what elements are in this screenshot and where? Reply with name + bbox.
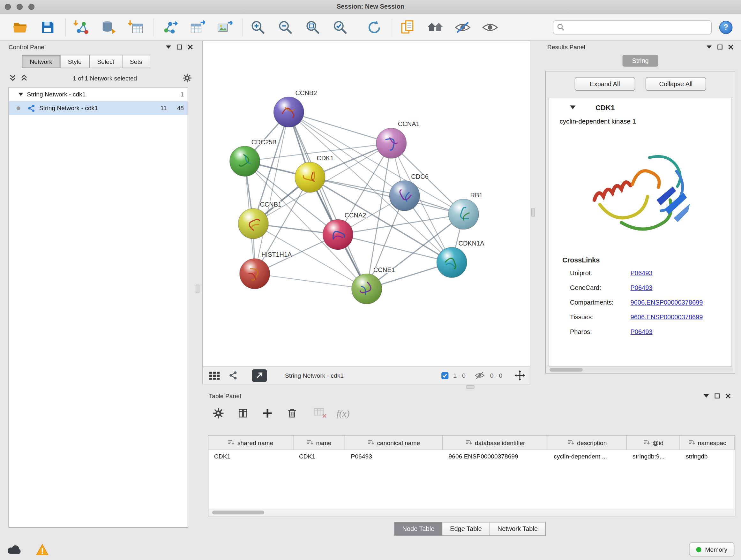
crosslink-link[interactable]: P06493	[630, 269, 653, 276]
network-view[interactable]: CCNB2CCNA1CDC25BCDK1CDC6RB1CCNB1CCNA2CDK…	[202, 41, 530, 384]
export-table-button[interactable]	[186, 16, 208, 38]
tab-network[interactable]: Network	[22, 55, 60, 68]
network-node-CCNB1[interactable]: CCNB1	[238, 201, 281, 239]
collapse-all-button[interactable]: Collapse All	[646, 77, 706, 91]
column-header[interactable]: name	[293, 435, 345, 449]
network-options-gear-icon[interactable]	[183, 73, 192, 83]
tab-sets[interactable]: Sets	[122, 55, 150, 68]
search-field[interactable]	[553, 20, 712, 34]
table-row[interactable]: CDK1CDK1P064939606.ENSP00000378699cyclin…	[208, 450, 735, 463]
tree-expander-icon[interactable]	[18, 92, 23, 96]
close-panel-icon[interactable]	[188, 44, 193, 49]
expand-all-button[interactable]: Expand All	[575, 77, 635, 91]
expand-all-networks-icon[interactable]	[10, 74, 16, 82]
crosslink-link[interactable]: P06493	[630, 328, 653, 335]
splitter-handle[interactable]	[531, 208, 535, 217]
table-cell[interactable]: cyclin-dependent ...	[548, 450, 627, 463]
table-cell[interactable]: CDK1	[208, 450, 293, 463]
tab-string-results[interactable]: String	[623, 55, 658, 67]
column-header[interactable]: namespac	[680, 435, 735, 449]
zoom-fit-button[interactable]	[302, 16, 324, 38]
tab-style[interactable]: Style	[60, 55, 90, 68]
float-panel-icon[interactable]	[715, 393, 720, 398]
float-panel-icon[interactable]	[177, 44, 182, 49]
section-collapse-icon[interactable]	[570, 105, 576, 109]
network-edge[interactable]	[255, 112, 289, 273]
clone-network-button[interactable]	[397, 16, 419, 38]
table-cell[interactable]: CDK1	[293, 450, 345, 463]
crosslink-label: Tissues:	[570, 314, 630, 320]
zoom-out-button[interactable]	[274, 16, 296, 38]
pan-crosshair-icon[interactable]	[515, 370, 525, 381]
column-header[interactable]: shared name	[208, 435, 293, 449]
float-panel-icon[interactable]	[718, 44, 723, 49]
create-column-button[interactable]	[259, 405, 276, 422]
network-options-button[interactable]	[226, 369, 240, 382]
panel-menu-icon[interactable]	[704, 394, 709, 397]
close-panel-icon[interactable]	[728, 44, 733, 49]
network-node-CCNA1[interactable]: CCNA1	[376, 120, 420, 159]
network-row[interactable]: String Network - cdk1 11 48	[9, 101, 188, 115]
tab-select[interactable]: Select	[89, 55, 122, 68]
scrollbar-thumb[interactable]	[212, 510, 264, 514]
graphics-details-button[interactable]	[424, 16, 446, 38]
import-network-from-file-button[interactable]	[71, 16, 92, 38]
results-horizontal-scrollbar[interactable]	[549, 368, 733, 372]
zoom-selected-button[interactable]	[329, 16, 351, 38]
splitter-handle[interactable]	[466, 385, 475, 388]
panel-menu-icon[interactable]	[706, 45, 712, 48]
detach-view-button[interactable]	[252, 369, 267, 382]
tab-edge-table[interactable]: Edge Table	[442, 522, 490, 536]
column-header[interactable]: canonical name	[345, 435, 443, 449]
network-node-CDK1[interactable]: CDK1	[295, 154, 333, 192]
panel-menu-icon[interactable]	[166, 45, 171, 48]
function-builder-button[interactable]: f(x)	[336, 408, 349, 419]
column-header[interactable]: @id	[627, 435, 680, 449]
open-session-button[interactable]	[10, 16, 31, 38]
table-cell[interactable]: stringdb	[680, 450, 735, 463]
search-input[interactable]	[567, 23, 708, 31]
network-edge[interactable]	[255, 273, 367, 289]
birds-eye-view-button[interactable]	[207, 369, 221, 382]
selected-items-checkbox[interactable]	[441, 372, 448, 379]
export-image-button[interactable]	[213, 16, 235, 38]
cloud-icon[interactable]	[7, 544, 23, 555]
close-panel-icon[interactable]	[725, 393, 731, 398]
network-node-HIST1H1A[interactable]: HIST1H1A	[240, 251, 292, 289]
show-columns-button[interactable]	[234, 405, 252, 422]
network-edge[interactable]	[289, 112, 391, 143]
crosslink-link[interactable]: P06493	[630, 284, 653, 291]
network-canvas[interactable]: CCNB2CCNA1CDC25BCDK1CDC6RB1CCNB1CCNA2CDK…	[203, 41, 530, 367]
memory-button[interactable]: Memory	[689, 543, 734, 557]
zoom-in-button[interactable]	[247, 16, 269, 38]
network-edge[interactable]	[289, 112, 367, 289]
network-node-CDKN1A[interactable]: CDKN1A	[436, 240, 484, 278]
help-button[interactable]: ?	[719, 20, 732, 34]
show-all-button[interactable]	[479, 16, 501, 38]
refresh-view-button[interactable]	[363, 16, 385, 38]
column-header[interactable]: description	[548, 435, 627, 449]
hide-selected-button[interactable]	[452, 16, 474, 38]
warning-icon[interactable]	[36, 543, 49, 555]
column-header[interactable]: database identifier	[443, 435, 548, 449]
network-node-RB1[interactable]: RB1	[448, 192, 482, 230]
table-horizontal-scrollbar[interactable]	[208, 509, 735, 516]
tab-node-table[interactable]: Node Table	[394, 522, 442, 536]
delete-column-button[interactable]	[284, 405, 300, 422]
network-node-CCNB2[interactable]: CCNB2	[273, 89, 317, 127]
crosslink-link[interactable]: 9606.ENSP00000378699	[630, 299, 703, 306]
crosslink-link[interactable]: 9606.ENSP00000378699	[630, 314, 703, 320]
table-cell[interactable]: P06493	[345, 450, 443, 463]
collapse-all-networks-icon[interactable]	[21, 74, 27, 82]
table-cell[interactable]: stringdb:9...	[627, 450, 680, 463]
scrollbar-thumb[interactable]	[549, 368, 583, 372]
table-settings-button[interactable]	[210, 405, 227, 422]
network-collection-row[interactable]: String Network - cdk1 1	[9, 87, 188, 101]
export-network-button[interactable]	[159, 16, 181, 38]
tab-network-table[interactable]: Network Table	[489, 522, 546, 536]
table-cell[interactable]: 9606.ENSP00000378699	[443, 450, 548, 463]
splitter-handle[interactable]	[196, 285, 199, 294]
save-session-button[interactable]	[37, 16, 59, 38]
import-table-from-file-button[interactable]	[125, 16, 147, 38]
import-network-from-database-button[interactable]	[98, 16, 120, 38]
